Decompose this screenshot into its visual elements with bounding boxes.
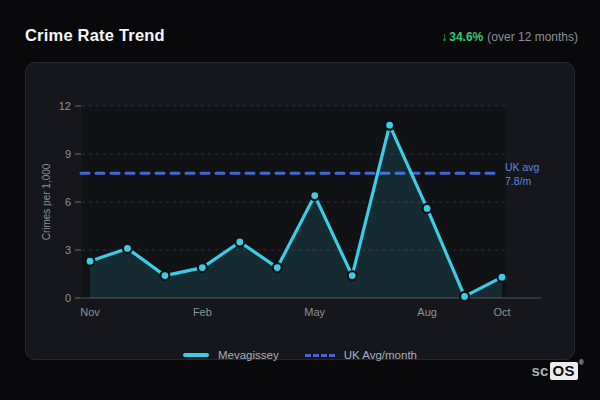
page-title: Crime Rate Trend xyxy=(25,26,165,45)
logo-prefix: sc xyxy=(531,362,548,379)
svg-text:0: 0 xyxy=(65,292,71,304)
svg-text:Aug: Aug xyxy=(417,306,437,318)
trend-context: (over 12 months) xyxy=(487,30,578,44)
svg-text:Crimes per 1,000: Crimes per 1,000 xyxy=(41,163,52,240)
crime-trend-line-chart[interactable]: 036912NovFebMayAugOctCrimes per 1,000UK … xyxy=(26,63,576,361)
trend-percent: 34.6% xyxy=(449,30,483,44)
trend-indicator: ↓34.6%(over 12 months) xyxy=(441,30,578,44)
svg-text:Nov: Nov xyxy=(80,306,100,318)
chart-legend: Mevagissey UK Avg/month xyxy=(0,349,600,361)
svg-text:3: 3 xyxy=(65,244,71,256)
svg-text:6: 6 xyxy=(65,196,71,208)
logo-suffix: OS xyxy=(550,362,578,380)
svg-text:May: May xyxy=(304,306,325,318)
crime-rate-dashboard: Crime Rate Trend ↓34.6%(over 12 months) … xyxy=(0,0,600,400)
svg-text:7.8/m: 7.8/m xyxy=(505,175,532,187)
legend-label: Mevagissey xyxy=(218,349,279,361)
solid-line-swatch-icon xyxy=(183,353,209,357)
trend-down-arrow-icon: ↓ xyxy=(441,30,447,44)
registered-trademark: ® xyxy=(579,359,584,366)
chart-card: 036912NovFebMayAugOctCrimes per 1,000UK … xyxy=(25,62,575,360)
dashed-line-swatch-icon xyxy=(305,354,335,357)
scos-logo: scOS® xyxy=(531,362,583,379)
svg-text:12: 12 xyxy=(59,100,71,112)
legend-label: UK Avg/month xyxy=(344,349,417,361)
legend-item-uk-avg[interactable]: UK Avg/month xyxy=(305,349,417,361)
svg-text:Oct: Oct xyxy=(493,306,510,318)
svg-text:Feb: Feb xyxy=(193,306,212,318)
svg-text:9: 9 xyxy=(65,148,71,160)
svg-text:UK avg: UK avg xyxy=(505,161,540,173)
legend-item-mevagissey[interactable]: Mevagissey xyxy=(183,349,279,361)
